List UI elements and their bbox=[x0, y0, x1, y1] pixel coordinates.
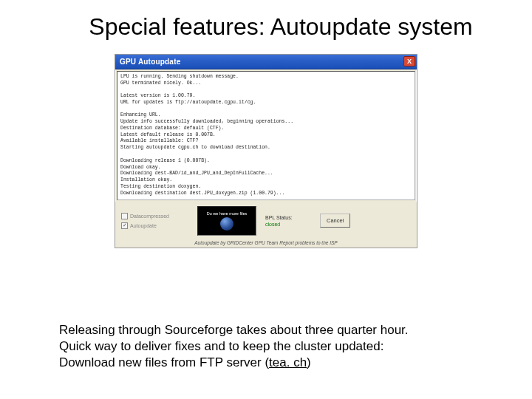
slide-title: Special features: Autoupdate system bbox=[0, 0, 532, 48]
caption-line3-post: ) bbox=[307, 355, 311, 369]
globe-icon bbox=[220, 217, 233, 231]
checkbox-label: Datacompressed bbox=[130, 214, 169, 219]
checkbox-autoupdate[interactable]: ✓ Autoupdate bbox=[121, 222, 191, 229]
options-group: Datacompressed ✓ Autoupdate bbox=[121, 213, 191, 229]
caption-line3-pre: Download new files from FTP server ( bbox=[59, 355, 269, 369]
caption-line2: Quick way to deliver fixes and to keep t… bbox=[59, 339, 383, 353]
slide-caption: Releasing through Sourceforge takes abou… bbox=[59, 322, 488, 371]
checkbox-icon bbox=[121, 213, 128, 219]
close-icon: X bbox=[407, 58, 412, 65]
update-log: LPU is running. Sending shutdown message… bbox=[117, 71, 415, 200]
close-button[interactable]: X bbox=[403, 56, 415, 66]
bottom-panel: Datacompressed ✓ Autoupdate Do we have m… bbox=[115, 202, 417, 239]
globe-caption: Do we have more files bbox=[207, 211, 247, 216]
caption-line1: Releasing through Sourceforge takes abou… bbox=[59, 323, 409, 337]
status-group: BPL Status: closed bbox=[262, 215, 314, 227]
window-footer: Autoupdate by GRIDCenter GPU Team Report… bbox=[115, 239, 417, 248]
checkbox-datacompressed[interactable]: Datacompressed bbox=[121, 213, 191, 219]
checkbox-icon: ✓ bbox=[121, 222, 128, 229]
caption-link[interactable]: tea. ch bbox=[269, 355, 307, 369]
window-title-text: GPU Autoupdate bbox=[120, 58, 180, 66]
status-value: closed bbox=[265, 222, 314, 227]
status-label: BPL Status: bbox=[265, 215, 314, 220]
globe-panel: Do we have more files bbox=[197, 206, 256, 236]
autoupdate-window: GPU Autoupdate X LPU is running. Sending… bbox=[115, 54, 417, 248]
checkbox-label: Autoupdate bbox=[130, 223, 157, 228]
window-titlebar: GPU Autoupdate X bbox=[115, 55, 417, 69]
cancel-button[interactable]: Cancel bbox=[320, 214, 350, 228]
